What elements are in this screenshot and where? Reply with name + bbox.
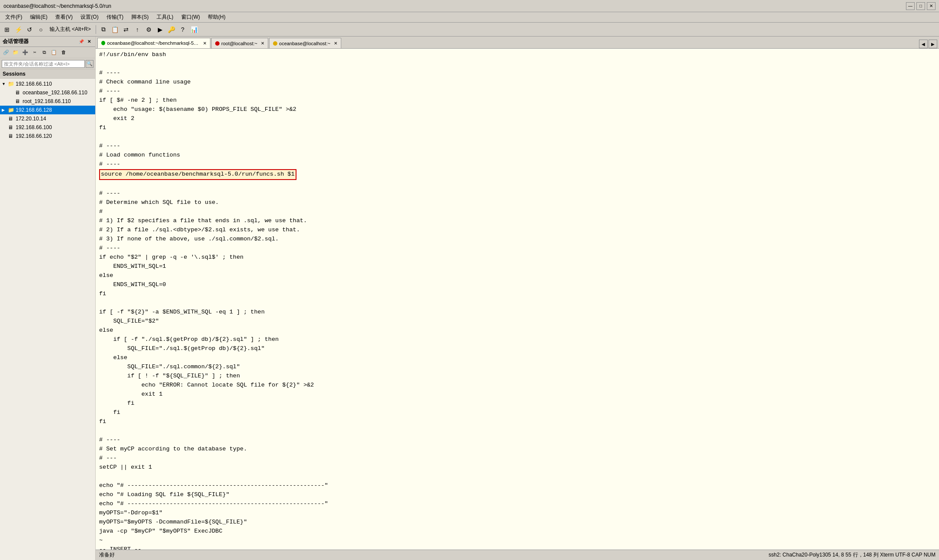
menu-item-w[interactable]: 窗口(W)	[178, 13, 203, 22]
sidebar-pin-icon[interactable]: 📌	[78, 38, 85, 45]
code-line: # Set myCP according to the database typ…	[99, 445, 936, 454]
toolbar-help-btn[interactable]: ?	[177, 24, 188, 35]
tab-close-icon[interactable]: ✕	[334, 41, 337, 46]
menu-item-t[interactable]: 传输(T)	[103, 13, 127, 22]
menu-item-o[interactable]: 设置(O)	[77, 13, 102, 22]
sidebar-item-node6[interactable]: 🖥 192.168.66.100	[0, 123, 95, 132]
code-line: source /home/oceanbase/benchmarksql-5.0/…	[99, 169, 936, 180]
status-bar: 准备好 ssh2: ChaCha20-Poly1305 14, 8 55 行，1…	[96, 550, 939, 560]
close-button[interactable]: ✕	[927, 2, 936, 10]
code-line: if [ ! -f "${SQL_FILE}" ] ; then	[99, 372, 936, 381]
code-line: echo "# --------------------------------…	[99, 481, 936, 490]
code-line: fi	[99, 417, 936, 427]
sidebar-folder-icon[interactable]: 📁	[11, 49, 20, 57]
toolbar-sftp-btn[interactable]: ↑	[132, 24, 143, 35]
code-line: myOPTS="-Ddrop=$1"	[99, 509, 936, 518]
toolbar-refresh-btn[interactable]: ↺	[24, 24, 35, 35]
content-wrapper: oceanbase@localhost:~/benchmarksql-5.0/r…	[96, 37, 939, 560]
tab-label: root@localhost:~	[221, 41, 257, 46]
sidebar-header-icons: 📌 ✕	[78, 38, 93, 45]
tree-arrow-icon: ▼	[2, 82, 8, 86]
code-line	[99, 427, 936, 436]
tree-arrow-icon: ▶	[2, 108, 8, 112]
code-line: fi	[99, 399, 936, 408]
menu-item-s[interactable]: 脚本(S)	[128, 13, 152, 22]
status-right: ssh2: ChaCha20-Poly1305 14, 8 55 行，148 列…	[769, 551, 936, 559]
tab-label: oceanbase@localhost:~/benchmarksql-5.0/r…	[107, 40, 200, 46]
code-line: else	[99, 271, 936, 280]
menu-item-l[interactable]: 工具(L)	[153, 13, 177, 22]
sidebar-copy-icon[interactable]: ⧉	[40, 49, 49, 57]
tab-close-icon[interactable]: ✕	[261, 41, 264, 46]
menu-item-h[interactable]: 帮助(H)	[204, 13, 229, 22]
sidebar-link-icon[interactable]: 🔗	[2, 49, 10, 57]
code-line	[99, 180, 936, 189]
code-line: # ----	[99, 160, 936, 169]
sidebar-paste-icon[interactable]: 📋	[50, 49, 58, 57]
code-line: myOPTS="$myOPTS -DcommandFile=${SQL_FILE…	[99, 518, 936, 527]
menu-item-e[interactable]: 编辑(E)	[27, 13, 51, 22]
sidebar-delete-icon[interactable]: 🗑	[59, 49, 68, 57]
maximize-button[interactable]: □	[916, 2, 925, 10]
tab-tab2[interactable]: root@localhost:~✕	[211, 38, 268, 48]
code-line	[99, 133, 936, 142]
code-line: SQL_FILE="./sql.common/${2}.sql"	[99, 363, 936, 372]
sidebar-cut-icon[interactable]: ✂	[30, 49, 39, 57]
toolbar-script-btn[interactable]: ▶	[155, 24, 165, 35]
minimize-button[interactable]: —	[906, 2, 915, 10]
title-bar: oceanbase@localhost:~/benchmarksql-5.0/r…	[0, 0, 939, 12]
sidebar-item-node3[interactable]: 🖥 root_192.168.66.110	[0, 97, 95, 106]
sidebar-item-node7[interactable]: 🖥 192.168.66.120	[0, 132, 95, 140]
sidebar-item-node5[interactable]: 🖥 172.20.10.14	[0, 114, 95, 123]
toolbar-disconnect-btn[interactable]: ○	[36, 24, 46, 35]
tab-nav-left[interactable]: ◀	[919, 40, 928, 48]
tab-nav-right[interactable]: ▶	[929, 40, 937, 48]
sidebar-item-node1[interactable]: ▼ 📁 192.168.66.110	[0, 80, 95, 88]
toolbar-extra-btn[interactable]: 📊	[189, 24, 199, 35]
tab-label: oceanbase@localhost:~	[279, 41, 330, 46]
tree-node-label: root_192.168.66.110	[23, 98, 71, 104]
toolbar-settings-btn[interactable]: ⚙	[143, 24, 154, 35]
toolbar-copy-btn[interactable]: ⧉	[98, 24, 109, 35]
sidebar-toolbar: 🔗 📁 ➕ ✂ ⧉ 📋 🗑	[0, 47, 95, 58]
sidebar-search-button[interactable]: 🔍	[86, 60, 93, 68]
code-line: java -cp "$myCP" "$myOPTS" ExecJDBC	[99, 527, 936, 536]
code-line: if [ -f "./sql.$(getProp db)/${2}.sql" ]…	[99, 335, 936, 344]
tab-tab3[interactable]: oceanbase@localhost:~✕	[269, 38, 341, 48]
tree-node-label: 172.20.10.14	[16, 116, 46, 122]
toolbar-paste-btn[interactable]: 📋	[110, 24, 120, 35]
code-line: fi	[99, 408, 936, 417]
sidebar-item-node2[interactable]: 🖥 oceanbase_192.168.66.110	[0, 88, 95, 97]
tab-close-icon[interactable]: ✕	[203, 41, 206, 46]
code-line: # ----	[99, 142, 936, 151]
sidebar-title: 会话管理器	[3, 38, 29, 45]
tab-bar: oceanbase@localhost:~/benchmarksql-5.0/r…	[96, 37, 939, 49]
toolbar-keymgr-btn[interactable]: 🔑	[166, 24, 176, 35]
editor-area[interactable]: #!/usr/bin/env bash # ---- # Check comma…	[96, 49, 939, 550]
tree-folder-icon: 🖥	[15, 90, 22, 96]
code-line: SQL_FILE="$2"	[99, 317, 936, 326]
code-line: # Determine which SQL file to use.	[99, 198, 936, 207]
code-line: echo "# --------------------------------…	[99, 500, 936, 509]
menu-item-v[interactable]: 查看(V)	[52, 13, 76, 22]
code-line: ENDS_WITH_SQL=1	[99, 262, 936, 271]
toolbar-connect-btn[interactable]: ⚡	[13, 24, 23, 35]
highlighted-line: source /home/oceanbase/benchmarksql-5.0/…	[99, 169, 296, 180]
tab-indicator	[273, 41, 277, 46]
status-left: 准备好	[99, 551, 115, 559]
tree-node-label: 192.168.66.120	[16, 133, 52, 139]
tree-folder-icon: 🖥	[8, 133, 15, 139]
code-line: # ----	[99, 189, 936, 198]
sidebar-sessions-label: Sessions	[0, 70, 95, 79]
sidebar-close-icon[interactable]: ✕	[86, 38, 93, 45]
toolbar-sessions-btn[interactable]: ⊞	[2, 24, 12, 35]
code-line: if [ -f "${2}" -a $ENDS_WITH_SQL -eq 1 ]…	[99, 308, 936, 317]
toolbar-transfer-btn[interactable]: ⇄	[121, 24, 131, 35]
main-area: 会话管理器 📌 ✕ 🔗 📁 ➕ ✂ ⧉ 📋 🗑 🔍 Sessions ▼ 📁 1…	[0, 37, 939, 560]
sidebar-search-input[interactable]	[2, 60, 85, 68]
sidebar-tree: ▼ 📁 192.168.66.110 🖥 oceanbase_192.168.6…	[0, 79, 95, 560]
sidebar-add-icon[interactable]: ➕	[21, 49, 30, 57]
menu-item-f[interactable]: 文件(F)	[2, 13, 26, 22]
tab-tab1[interactable]: oceanbase@localhost:~/benchmarksql-5.0/r…	[97, 38, 210, 48]
sidebar-item-node4[interactable]: ▶ 📁 192.168.66.128	[0, 106, 95, 114]
